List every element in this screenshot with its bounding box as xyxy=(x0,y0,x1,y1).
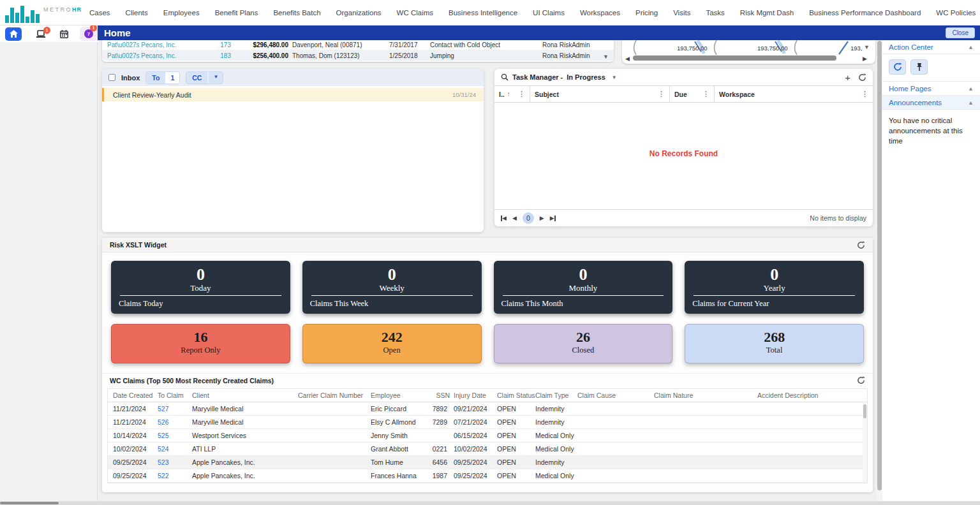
column-menu-icon[interactable]: ⋮ xyxy=(658,90,665,98)
main-horizontal-scrollbar[interactable] xyxy=(0,501,980,505)
home-pages-section[interactable]: Home Pages ▲ xyxy=(882,82,980,96)
horizontal-scrollbar[interactable] xyxy=(633,55,859,61)
nav-wc-policies[interactable]: WC Policies xyxy=(928,9,980,17)
page-number[interactable]: 0 xyxy=(523,212,534,224)
column-header[interactable]: Claim Type xyxy=(535,392,577,399)
cc-filter-button[interactable]: CC ▼ xyxy=(186,71,223,84)
client-link[interactable]: Pat\u0027s Pecans, Inc. xyxy=(107,52,211,59)
scroll-right-icon[interactable]: ▶ xyxy=(863,55,867,62)
nav-clients[interactable]: Clients xyxy=(118,9,156,17)
help-button[interactable]: 7 1 xyxy=(80,27,98,41)
column-header[interactable]: Claim Cause xyxy=(577,392,654,399)
claims-status-cards: 16 Report Only 242 Open 26 Closed 268 To… xyxy=(102,314,873,363)
nav-benefits-batch[interactable]: Benefits Batch xyxy=(265,9,328,17)
nav-workspaces[interactable]: Workspaces xyxy=(572,9,628,17)
column-header[interactable]: Employee xyxy=(371,392,427,399)
close-button[interactable]: Close xyxy=(946,27,975,38)
previous-page-button[interactable]: ◀ xyxy=(512,215,517,221)
client-link[interactable]: Pat\u0027s Pecans, Inc. xyxy=(107,41,211,48)
column-header[interactable]: Injury Date xyxy=(454,392,497,399)
column-menu-icon[interactable]: ⋮ xyxy=(702,90,709,98)
app-logo[interactable]: METROHR xyxy=(0,3,82,23)
nav-ui-claims[interactable]: UI Claims xyxy=(525,9,572,17)
wc-claims-header: WC Claims (Top 500 Most Recently Created… xyxy=(102,373,873,387)
cell-claim-type: Medical Only xyxy=(535,472,577,479)
column-header[interactable]: Claim Nature xyxy=(654,392,757,399)
refresh-button[interactable] xyxy=(889,59,906,75)
table-row[interactable]: 10/14/2024 525 Westport Services Jenny S… xyxy=(108,429,867,443)
nav-visits[interactable]: Visits xyxy=(665,9,698,17)
column-header[interactable]: Date Created xyxy=(113,392,158,399)
column-header[interactable]: Client xyxy=(192,392,298,399)
gauge-value-label: 193,750.00 xyxy=(757,45,788,52)
laptop-button[interactable]: 1 xyxy=(36,30,46,38)
column-header[interactable]: To Claim xyxy=(158,392,192,399)
add-task-button[interactable]: + xyxy=(845,73,850,82)
nav-pricing[interactable]: Pricing xyxy=(628,9,665,17)
refresh-icon[interactable] xyxy=(858,73,866,82)
table-row[interactable]: 11/21/2024 527 Maryville Medical Eric Pi… xyxy=(108,402,867,416)
table-row[interactable]: 09/25/2024 522 Apple Pancakes, Inc. Fran… xyxy=(108,469,867,483)
to-claim-link[interactable]: 523 xyxy=(158,458,192,466)
to-filter-button[interactable]: To 1 xyxy=(145,71,180,84)
chevron-down-icon[interactable]: ▼ xyxy=(603,54,609,60)
nav-organizations[interactable]: Organizations xyxy=(329,9,389,17)
table-row[interactable]: 11/21/2024 526 Maryville Medical Elsy C … xyxy=(108,416,867,429)
task-table-header: I.. ↑ ⋮ Subject ⋮ Due ⋮ Workspace ⋮ xyxy=(494,85,873,103)
last-page-button[interactable]: ▶ xyxy=(550,215,556,221)
column-subject[interactable]: Subject ⋮ xyxy=(530,86,670,102)
column-priority[interactable]: I.. ↑ ⋮ xyxy=(494,86,530,102)
action-center-panel: Action Center ▲ Home Pages ▲ Announcemen… xyxy=(882,40,980,501)
card-label: Closed xyxy=(494,346,672,355)
table-row[interactable]: Pat\u0027s Pecans, Inc. 173 $296,480.00 … xyxy=(102,40,614,50)
to-claim-link[interactable]: 527 xyxy=(158,405,192,413)
column-workspace[interactable]: Workspace ⋮ xyxy=(715,86,873,102)
refresh-icon[interactable] xyxy=(857,241,865,249)
to-claim-link[interactable]: 526 xyxy=(158,418,192,426)
nav-risk-mgmt-dash[interactable]: Risk Mgmt Dash xyxy=(732,9,801,17)
task-table-body: No Records Found xyxy=(494,103,873,209)
announcements-section[interactable]: Announcements ▲ xyxy=(882,96,980,110)
next-page-button[interactable]: ▶ xyxy=(540,215,544,221)
refresh-icon[interactable] xyxy=(857,376,865,384)
select-all-checkbox[interactable] xyxy=(108,74,115,81)
claim-number-link[interactable]: 183 xyxy=(211,52,236,59)
column-header[interactable]: Claim Status xyxy=(497,392,535,399)
column-due[interactable]: Due ⋮ xyxy=(670,86,715,102)
nav-tasks[interactable]: Tasks xyxy=(698,9,732,17)
to-claim-link[interactable]: 522 xyxy=(158,472,192,479)
main-vertical-scrollbar[interactable] xyxy=(877,40,882,501)
first-page-button[interactable]: ◀ xyxy=(501,215,507,221)
home-button[interactable] xyxy=(5,27,22,41)
to-claim-link[interactable]: 525 xyxy=(158,432,192,439)
nav-cases[interactable]: Cases xyxy=(82,9,118,17)
table-scrollbar[interactable] xyxy=(863,403,867,483)
to-claim-link[interactable]: 524 xyxy=(158,445,192,453)
message-subject: Client Review-Yearly Audit xyxy=(113,91,191,99)
table-row[interactable]: 10/02/2024 524 ATI LLP Grant Abbott 0221… xyxy=(108,443,867,456)
nav-benefit-plans[interactable]: Benefit Plans xyxy=(207,9,266,17)
column-header[interactable]: Carrier Claim Number xyxy=(298,392,371,399)
table-row[interactable]: 09/25/2024 523 Apple Pancakes, Inc. Tom … xyxy=(108,456,867,469)
calendar-button[interactable] xyxy=(60,30,68,38)
task-filter-value[interactable]: In Progress xyxy=(567,73,605,81)
inbox-message-row[interactable]: Client Review-Yearly Audit 10/31/24 xyxy=(102,88,484,101)
nav-business-performance-dashboard[interactable]: Business Performance Dashboard xyxy=(801,9,928,17)
nav-business-intelligence[interactable]: Business Intelligence xyxy=(441,9,525,17)
column-menu-icon[interactable]: ⋮ xyxy=(518,90,525,98)
nav-employees[interactable]: Employees xyxy=(156,9,207,17)
table-row[interactable]: Pat\u0027s Pecans, Inc. 183 $256,400.00 … xyxy=(102,50,614,61)
risk-widget-header: Risk XSLT Widget xyxy=(102,238,873,252)
action-center-section[interactable]: Action Center ▲ xyxy=(882,40,980,54)
column-header[interactable]: Accident Description xyxy=(757,392,862,399)
scroll-left-icon[interactable]: ◀ xyxy=(625,55,630,62)
chevron-down-icon[interactable]: ▼ xyxy=(612,75,617,80)
nav-wc-claims[interactable]: WC Claims xyxy=(389,9,442,17)
main-menu: Cases Clients Employees Benefit Plans Be… xyxy=(82,9,980,17)
chevron-down-icon[interactable]: ▼ xyxy=(864,44,870,50)
column-header[interactable]: SSN xyxy=(427,392,454,399)
summary-card-yearly: 0 Yearly Claims for Current Year xyxy=(685,261,864,314)
column-menu-icon[interactable]: ⋮ xyxy=(861,90,868,98)
claim-number-link[interactable]: 173 xyxy=(211,41,236,48)
pin-button[interactable] xyxy=(910,59,928,75)
